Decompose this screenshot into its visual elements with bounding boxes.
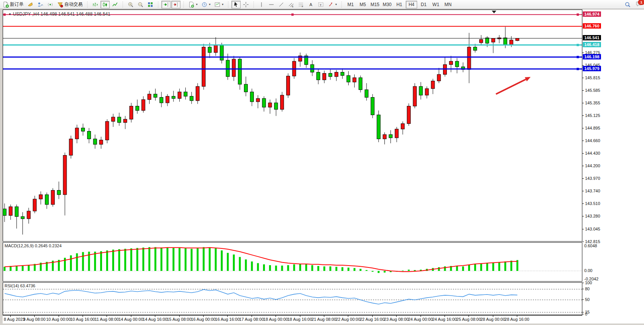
new-order-button[interactable]: 新订单	[1, 1, 25, 8]
timeframe-m5[interactable]: M5	[357, 1, 368, 8]
time-label: 16 Aug 16:00	[215, 317, 240, 322]
zoom-group	[125, 0, 156, 9]
chart-title-text: USDJPY ,H4 146.498 146.541 146.488 146.5…	[13, 11, 110, 17]
timeframe-mn[interactable]: MN	[442, 1, 454, 8]
crosshair-button[interactable]	[241, 1, 250, 8]
horn-button[interactable]	[26, 1, 35, 8]
bar-chart-button[interactable]	[91, 1, 100, 8]
time-label: 28 Aug 00:00	[480, 317, 505, 322]
timeframe-m15[interactable]: M15	[369, 1, 381, 8]
chevron-down-icon: ▾	[222, 3, 223, 6]
text-icon: A	[308, 2, 314, 8]
search-icon	[625, 2, 631, 8]
zoom-in-button[interactable]	[126, 1, 135, 8]
channel-button[interactable]: E	[287, 1, 296, 8]
time-label: 10 Aug 00:00	[46, 317, 71, 322]
autotrading-label: 自动交易	[64, 1, 83, 8]
timeframe-h4[interactable]: H4	[406, 1, 417, 8]
horizontal-line-button[interactable]	[267, 1, 276, 8]
svg-text:A: A	[309, 2, 312, 7]
time-label: 18 Aug 00:00	[263, 317, 288, 322]
zoom-out-button[interactable]	[136, 1, 145, 8]
time-label: 24 Aug 00:00	[408, 317, 433, 322]
zoom-in-icon	[128, 2, 134, 8]
chart-dropdown-marker-icon: ▼	[8, 13, 11, 16]
chart-shift-icon	[173, 2, 179, 8]
time-label: 9 Aug 08:00	[23, 317, 46, 322]
chart-shift-button[interactable]	[171, 1, 180, 8]
autotrading-funnel-icon	[57, 2, 63, 8]
timeframe-w1[interactable]: W1	[430, 1, 442, 8]
time-label: 17 Aug 08:00	[239, 317, 264, 322]
insert-group: ▾ ▾ ▾	[186, 0, 226, 9]
time-label: 15 Aug 08:00	[167, 317, 191, 322]
time-label: 21 Aug 08:00	[312, 317, 336, 322]
price-level-badge[interactable]: 146.760	[583, 23, 601, 29]
templates-button[interactable]: ▾	[213, 1, 225, 8]
rsi-canvas	[3, 283, 582, 315]
auto-scroll-icon	[163, 2, 169, 8]
time-label: 16 Aug 00:00	[191, 317, 216, 322]
toolbar-separator	[340, 1, 343, 8]
autotrading-button[interactable]: 自动交易	[56, 1, 84, 8]
chat-button[interactable]: 1	[636, 1, 642, 8]
cursor-icon	[233, 2, 239, 8]
new-order-label: 新订单	[10, 1, 24, 8]
cursor-group	[230, 0, 252, 9]
price-axis[interactable]: 146.275146.045145.815145.585145.355145.1…	[582, 10, 642, 315]
fibonacci-button[interactable]: F	[296, 1, 306, 8]
line-chart-button[interactable]	[110, 1, 120, 8]
price-level-badge[interactable]: 146.974	[583, 11, 601, 17]
signals-button[interactable]	[46, 1, 55, 8]
indicators-button[interactable]: ▾	[187, 1, 199, 8]
main-chart-canvas	[3, 10, 582, 241]
trader-profile-icon	[37, 2, 43, 8]
vertical-line-button[interactable]	[257, 1, 266, 8]
search-button[interactable]	[623, 1, 632, 8]
trendline-button[interactable]	[277, 1, 286, 8]
horn-icon	[27, 2, 33, 8]
time-label: 23 Aug 08:00	[384, 317, 409, 322]
candlestick-chart-button[interactable]	[100, 1, 110, 8]
price-level-badge[interactable]: 145.979	[583, 66, 601, 71]
toolbar-separator	[227, 1, 230, 8]
arrows-icon	[328, 2, 334, 8]
tile-windows-button[interactable]	[146, 1, 155, 8]
macd-indicator-pane[interactable]: MACD(12,26,9) 0.2645 0.2324	[3, 242, 582, 282]
timeframe-group: M1 M5 M15 M30 H1 H4 D1 W1 MN	[344, 0, 455, 9]
timeframe-m30[interactable]: M30	[381, 1, 393, 8]
time-label: 8 Aug 2023	[4, 317, 25, 322]
text-button[interactable]: A	[306, 1, 316, 8]
chart-shift-marker	[492, 11, 496, 13]
periods-button[interactable]: ▾	[200, 1, 212, 8]
timeframe-m1[interactable]: M1	[345, 1, 356, 8]
svg-text:T: T	[320, 3, 322, 7]
trendline-icon	[278, 2, 284, 8]
rsi-label: RSI(14) 63.4736	[5, 283, 35, 288]
macd-signal-line	[5, 248, 517, 272]
crosshair-icon	[243, 2, 249, 8]
notification-badge: 1	[638, 0, 644, 5]
timeframe-d1[interactable]: D1	[418, 1, 429, 8]
main-chart-pane[interactable]: ▼ USDJPY ,H4 146.498 146.541 146.488 146…	[3, 10, 582, 242]
bar-chart-icon	[92, 2, 98, 8]
fibonacci-icon: F	[298, 2, 304, 8]
time-label: 14 Aug 16:00	[143, 317, 167, 322]
templates-chart-icon	[214, 2, 220, 8]
toolbar-separator	[182, 1, 185, 8]
trader-profile-button[interactable]	[36, 1, 45, 8]
auto-scroll-button[interactable]	[161, 1, 171, 8]
arrows-button[interactable]: ▾	[326, 1, 338, 8]
toolbar-separator	[252, 1, 255, 8]
price-level-badge[interactable]: 146.198	[583, 54, 601, 59]
cursor-button[interactable]	[231, 1, 241, 8]
time-label: 24 Aug 16:00	[432, 317, 457, 322]
chart-title: ▼ USDJPY ,H4 146.498 146.541 146.488 146…	[8, 11, 110, 17]
main-toolbar: 新订单 自动交易 ▾ ▾ ▾	[0, 0, 644, 9]
rsi-indicator-pane[interactable]: RSI(14) 63.4736	[3, 282, 582, 315]
text-label-button[interactable]: T	[316, 1, 325, 8]
time-axis[interactable]: 8 Aug 20239 Aug 08:0010 Aug 00:0010 Aug …	[3, 315, 582, 323]
timeframe-h1[interactable]: H1	[394, 1, 405, 8]
time-label: 28 Aug 16:00	[505, 317, 529, 322]
price-level-badge[interactable]: 146.418	[583, 42, 601, 47]
